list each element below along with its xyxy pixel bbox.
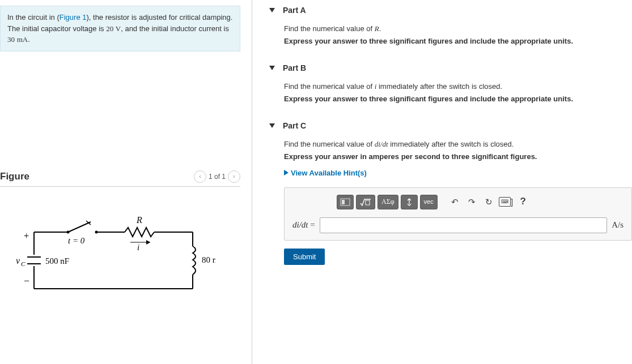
template-button[interactable] <box>337 195 354 209</box>
part-b-header[interactable]: Part B <box>269 63 632 72</box>
part-c-header[interactable]: Part C <box>269 121 632 130</box>
text: , and the initial inductor current is <box>121 24 229 33</box>
sqrt-button[interactable] <box>356 195 375 209</box>
voltage-value: 20 <box>106 24 113 33</box>
part-a-question: Find the numerical value of R. <box>284 23 632 35</box>
part-c-title: Part C <box>283 121 306 130</box>
label-minus: − <box>24 275 29 286</box>
part-a-instruction: Express your answer to three significant… <box>284 35 632 48</box>
label-cap: 500 nF <box>45 256 69 265</box>
answer-box: ΑΣφ vec ↶ ↷ ↻ ⌨ ] ? di/dt = <box>284 187 632 241</box>
help-button[interactable]: ? <box>516 195 531 209</box>
reset-button[interactable]: ↻ <box>482 195 497 209</box>
label-R: R <box>136 215 142 225</box>
answer-input[interactable] <box>320 217 607 233</box>
part-b-instruction: Express your answer to three significant… <box>284 93 632 105</box>
collapse-icon <box>269 66 275 70</box>
part-c-instruction: Express your answer in amperes per secon… <box>284 151 632 163</box>
collapse-icon <box>269 123 275 128</box>
redo-button[interactable]: ↷ <box>465 195 480 209</box>
svg-line-5 <box>68 222 91 232</box>
label-plus: + <box>24 231 29 241</box>
keyboard-button[interactable]: ⌨ ] <box>499 195 514 209</box>
submit-button[interactable]: Submit <box>284 249 325 265</box>
part-a: Part A Find the numerical value of R. Ex… <box>269 6 632 48</box>
part-b-question: Find the numerical value of i immediatel… <box>284 80 632 93</box>
label-t0: t = 0 <box>68 236 85 245</box>
undo-button[interactable]: ↶ <box>448 195 463 209</box>
label-vc: v <box>16 256 20 265</box>
pager-prev-button[interactable]: ‹ <box>194 170 206 183</box>
part-c-question: Find the numerical value of di/dt immedi… <box>284 138 632 151</box>
answer-unit: A/s <box>612 218 623 233</box>
part-b-title: Part B <box>283 63 306 72</box>
problem-statement: In the circuit in (Figure 1), the resist… <box>0 6 240 52</box>
current-value: 30 <box>7 35 15 44</box>
pager-next-button[interactable]: › <box>228 170 240 183</box>
svg-rect-17 <box>342 200 345 204</box>
vec-button[interactable]: vec <box>420 195 438 209</box>
svg-rect-18 <box>366 200 370 205</box>
circuit-diagram: R i t = 0 + − v C 500 nF 80 mH <box>11 215 240 302</box>
pager-text: 1 of 1 <box>209 173 226 181</box>
svg-marker-11 <box>146 240 150 245</box>
figure-title: Figure <box>0 171 29 182</box>
greek-button[interactable]: ΑΣφ <box>377 195 398 209</box>
text: In the circuit in ( <box>7 13 60 22</box>
label-ind: 80 mH <box>202 255 215 264</box>
voltage-unit: V <box>116 24 121 33</box>
figure-link[interactable]: Figure 1 <box>60 13 87 22</box>
expand-icon <box>284 170 289 175</box>
figure-pager: ‹ 1 of 1 › <box>194 170 240 183</box>
label-vc-sub: C <box>21 260 26 267</box>
answer-variable-label: di/dt = <box>292 218 315 233</box>
text: . <box>28 35 30 44</box>
label-i: i <box>137 243 139 252</box>
current-unit: mA <box>17 35 28 44</box>
part-b: Part B Find the numerical value of i imm… <box>269 63 632 105</box>
part-a-title: Part A <box>283 6 306 15</box>
collapse-icon <box>269 8 275 12</box>
part-c: Part C Find the numerical value of di/dt… <box>269 121 632 264</box>
view-hints-link[interactable]: View Available Hint(s) <box>284 167 632 179</box>
part-a-header[interactable]: Part A <box>269 6 632 15</box>
subscript-button[interactable] <box>401 195 418 209</box>
